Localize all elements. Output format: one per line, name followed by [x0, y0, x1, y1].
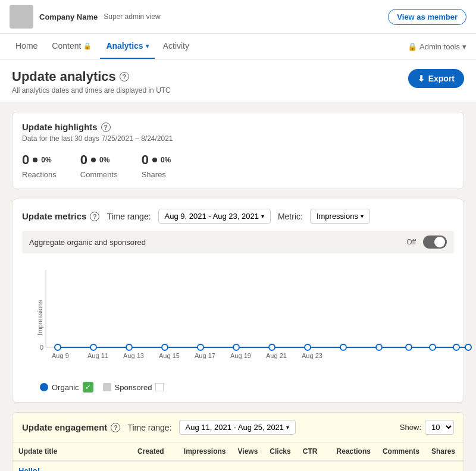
organic-legend-label: Organic	[52, 383, 79, 392]
admin-tools-label: Admin tools	[419, 42, 460, 51]
highlight-comments: 0 0% Comments	[80, 152, 118, 179]
time-range-chevron: ▾	[261, 213, 264, 219]
data-point	[269, 344, 275, 350]
export-label: Export	[428, 74, 455, 83]
time-range-value: Aug 9, 2021 - Aug 23, 2021	[165, 212, 259, 221]
reactions-dot	[33, 158, 37, 162]
shares-value: 0 0%	[142, 152, 171, 168]
cell-ctr: 12.5%	[297, 461, 331, 471]
reactions-value: 0 0%	[22, 152, 57, 168]
svg-text:Aug 17: Aug 17	[195, 352, 215, 359]
toggle-knob	[434, 237, 445, 247]
highlights-grid: 0 0% Reactions 0 0% Comments 0 0%	[22, 152, 454, 179]
metrics-header: Update metrics ? Time range: Aug 9, 2021…	[22, 209, 454, 224]
page-title-text: Update analytics	[12, 69, 116, 84]
data-point	[126, 344, 132, 350]
time-range-label: Time range:	[107, 212, 151, 221]
col-reactions: Reactions	[331, 442, 377, 461]
impressions-chart: 0	[40, 264, 474, 371]
svg-text:0: 0	[40, 344, 43, 351]
view-as-member-button[interactable]: View as member	[388, 9, 466, 25]
col-follows: Follows	[461, 442, 464, 461]
admin-tools-chevron: ▾	[462, 42, 466, 51]
page-header: Update analytics ? All analytics dates a…	[0, 59, 476, 102]
engagement-header: Update engagement ? Time range: Aug 11, …	[12, 413, 464, 442]
svg-text:Aug 23: Aug 23	[302, 352, 322, 359]
sponsored-legend-icon	[103, 383, 111, 391]
data-point	[453, 344, 459, 350]
export-button[interactable]: ⬇ Export	[408, 69, 464, 88]
nav-bar: Home Content 🔒 Analytics ▾ Activity 🔒 Ad…	[0, 34, 476, 59]
data-point	[198, 344, 203, 350]
reactions-change: 0%	[41, 156, 51, 164]
engagement-title-text: Update engagement	[22, 422, 107, 432]
company-name: Company Name	[39, 12, 98, 21]
legend-organic: Organic ✓	[40, 382, 93, 392]
comments-number: 0	[80, 152, 87, 168]
reactions-number: 0	[22, 152, 29, 168]
engagement-card: Update engagement ? Time range: Aug 11, …	[12, 412, 464, 471]
engagement-time-range-label: Time range:	[127, 423, 171, 432]
page-title-help-icon[interactable]: ?	[120, 72, 129, 81]
nav-item-content[interactable]: Content 🔒	[46, 34, 98, 59]
highlight-shares: 0 0% Shares	[142, 152, 171, 179]
metric-value: Impressions	[317, 212, 358, 221]
highlight-reactions: 0 0% Reactions	[22, 152, 57, 179]
nav-activity-label: Activity	[163, 41, 189, 51]
data-point	[55, 344, 61, 350]
metric-chevron: ▾	[361, 213, 364, 219]
highlights-date-range: Data for the last 30 days 7/25/2021 – 8/…	[22, 134, 454, 143]
svg-text:Aug 13: Aug 13	[123, 352, 144, 359]
nav-analytics-label: Analytics	[106, 41, 143, 51]
main-content: Update highlights ? Data for the last 30…	[0, 102, 476, 471]
engagement-time-range-dropdown[interactable]: Aug 11, 2021 - Aug 25, 2021 ▾	[179, 420, 296, 435]
engagement-time-range-value: Aug 11, 2021 - Aug 25, 2021	[186, 423, 284, 432]
cell-impressions: 8	[178, 461, 232, 471]
top-bar-left: Company Name Super admin view	[10, 5, 161, 29]
engagement-table: Update title Created Impressions Views C…	[12, 442, 464, 471]
col-shares: Shares	[425, 442, 461, 461]
metrics-title: Update metrics ?	[22, 211, 99, 221]
col-update-title: Update title	[12, 442, 131, 461]
nav-item-activity[interactable]: Activity	[157, 34, 195, 59]
data-point	[90, 344, 96, 350]
reactions-label: Reactions	[22, 170, 57, 179]
highlights-help-icon[interactable]: ?	[101, 123, 111, 132]
cell-views: -	[232, 461, 264, 471]
cell-clicks: 1	[264, 461, 296, 471]
comments-label: Comments	[80, 170, 118, 179]
data-point	[430, 344, 436, 350]
data-point	[406, 344, 412, 350]
update-title-link[interactable]: Hello!	[18, 466, 126, 471]
show-select[interactable]: 10 25 50	[425, 420, 454, 435]
engagement-time-range-chevron: ▾	[286, 424, 289, 431]
col-views: Views	[232, 442, 264, 461]
analytics-chevron-icon: ▾	[146, 43, 149, 49]
nav-item-analytics[interactable]: Analytics ▾	[100, 34, 154, 59]
time-range-dropdown[interactable]: Aug 9, 2021 - Aug 23, 2021 ▾	[158, 209, 271, 224]
page-title: Update analytics ?	[12, 69, 171, 84]
nav-content-label: Content	[52, 41, 81, 51]
cell-reactions: 0	[331, 461, 377, 471]
aggregate-toggle-row: Aggregate organic and sponsored Off	[22, 231, 454, 253]
nav-item-home[interactable]: Home	[10, 34, 43, 59]
legend-sponsored: Sponsored	[103, 383, 164, 392]
sponsored-checkbox[interactable]	[155, 383, 164, 391]
super-admin-badge: Super admin view	[104, 12, 160, 21]
cell-update-title: Hello! All followers Boost	[12, 461, 131, 471]
metric-dropdown[interactable]: Impressions ▾	[310, 209, 370, 224]
metrics-help-icon[interactable]: ?	[90, 212, 99, 221]
engagement-help-icon[interactable]: ?	[111, 423, 120, 432]
svg-text:Aug 19: Aug 19	[230, 352, 251, 359]
comments-value: 0 0%	[80, 152, 118, 168]
table-row: Hello! All followers Boost 8/25/2021 8 -…	[12, 461, 464, 471]
data-point	[233, 344, 239, 350]
admin-tools-nav[interactable]: 🔒 Admin tools ▾	[408, 42, 466, 51]
comments-dot	[91, 158, 96, 162]
aggregate-toggle[interactable]	[423, 236, 447, 249]
engagement-table-wrapper: Update title Created Impressions Views C…	[12, 442, 464, 471]
toggle-off-label: Off	[406, 238, 416, 246]
chart-container: Impressions 0	[22, 258, 454, 377]
highlights-title-text: Update highlights	[22, 122, 98, 132]
data-point	[305, 344, 311, 350]
